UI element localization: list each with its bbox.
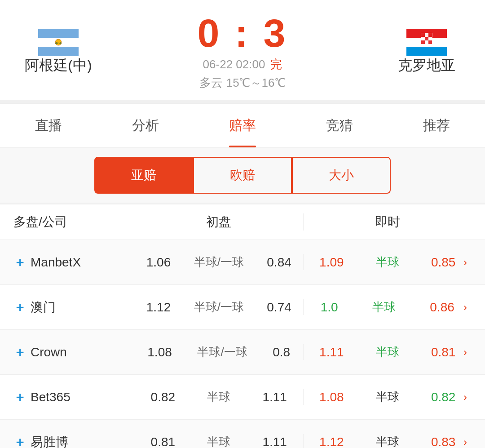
table-header: 多盘/公司 初盘 即时	[0, 204, 485, 240]
svg-rect-13	[428, 37, 432, 40]
col-realtime-header: 即时	[303, 213, 472, 231]
init-home-val: 1.12	[146, 300, 171, 315]
match-info: 06-22 02:00 完	[203, 57, 282, 72]
company-name: 澳门	[31, 299, 56, 316]
table-row: ＋ 易胜博 0.81 半球 1.11 1.12 半球 0.83 ›	[0, 420, 485, 448]
init-handicap: 半球	[207, 434, 230, 448]
company-name: 易胜博	[31, 434, 68, 448]
nav-tabs: 直播 分析 赔率 竞猜 推荐	[0, 103, 485, 148]
sub-tab-europe[interactable]: 欧赔	[193, 157, 292, 194]
tab-analysis[interactable]: 分析	[97, 104, 194, 147]
rt-home-val: 1.08	[319, 390, 344, 404]
rt-away-val: 0.83	[431, 435, 456, 448]
section-divider	[0, 100, 485, 103]
sub-tabs: 亚赔 欧赔 大小	[0, 148, 485, 203]
match-header: AFA 阿根廷(中) 0 : 3 06-22 02:00 完 多云 15℃～16…	[0, 0, 485, 100]
score-separator: :	[235, 11, 264, 55]
company-cell: ＋ ManbetX	[13, 254, 135, 271]
table-row: ＋ Bet365 0.82 半球 1.11 1.08 半球 0.82 ›	[0, 375, 485, 420]
svg-rect-14	[421, 40, 425, 44]
init-home-val: 1.08	[147, 345, 172, 359]
odds-initial: 1.12 半球/一球 0.74	[135, 299, 303, 315]
plus-icon[interactable]: ＋	[13, 344, 26, 361]
svg-rect-9	[425, 33, 428, 37]
match-datetime: 06-22 02:00	[203, 58, 265, 71]
init-away-val: 0.74	[267, 300, 291, 315]
svg-rect-15	[425, 40, 428, 44]
plus-icon[interactable]: ＋	[13, 434, 26, 448]
home-team: AFA 阿根廷(中)	[9, 29, 108, 75]
rt-handicap: 半球	[376, 254, 399, 270]
svg-rect-6	[406, 47, 447, 56]
init-home-val: 0.81	[151, 435, 176, 448]
company-cell: ＋ Bet365	[13, 389, 135, 406]
init-handicap: 半球	[207, 389, 230, 405]
arrow-icon[interactable]: ›	[463, 256, 467, 269]
odds-table: 多盘/公司 初盘 即时 ＋ ManbetX 1.06 半球/一球 0.84 1.…	[0, 204, 485, 448]
company-cell: ＋ 澳门	[13, 299, 135, 316]
home-score: 0	[197, 11, 221, 55]
rt-handicap: 半球	[376, 434, 399, 448]
away-team-name: 克罗地亚	[398, 56, 455, 75]
init-away-val: 0.84	[267, 255, 291, 270]
svg-rect-12	[425, 37, 428, 40]
plus-icon[interactable]: ＋	[13, 254, 26, 271]
odds-realtime: 1.09 半球 0.85 ›	[303, 254, 472, 270]
odds-initial: 0.81 半球 1.11	[135, 434, 303, 448]
rt-away-val: 0.86	[430, 300, 454, 315]
svg-rect-11	[421, 37, 425, 40]
rt-away-val: 0.82	[431, 390, 456, 404]
svg-rect-10	[428, 33, 432, 37]
init-away-val: 1.11	[262, 435, 287, 448]
rt-away-val: 0.81	[431, 345, 456, 359]
match-score: 0 : 3	[197, 13, 287, 53]
init-away-val: 0.8	[273, 345, 290, 359]
init-handicap: 半球/一球	[194, 254, 244, 270]
rt-home-val: 1.11	[319, 345, 344, 359]
odds-initial: 0.82 半球 1.11	[135, 389, 303, 405]
tab-predict[interactable]: 竞猜	[291, 104, 388, 147]
table-row: ＋ 澳门 1.12 半球/一球 0.74 1.0 半球 0.86 ›	[0, 285, 485, 330]
rt-handicap: 半球	[376, 344, 399, 360]
tab-odds[interactable]: 赔率	[194, 104, 291, 147]
away-team: 克罗地亚	[377, 29, 476, 75]
arrow-icon[interactable]: ›	[463, 391, 467, 404]
odds-realtime: 1.08 半球 0.82 ›	[303, 389, 472, 405]
arrow-icon[interactable]: ›	[463, 346, 467, 359]
company-cell: ＋ Crown	[13, 344, 135, 361]
col-initial-header: 初盘	[135, 213, 303, 231]
init-handicap: 半球/一球	[197, 344, 247, 360]
rt-handicap: 半球	[376, 389, 399, 405]
company-name: Crown	[31, 345, 67, 359]
table-row: ＋ ManbetX 1.06 半球/一球 0.84 1.09 半球 0.85 ›	[0, 240, 485, 285]
odds-realtime: 1.12 半球 0.83 ›	[303, 434, 472, 448]
sub-tab-size[interactable]: 大小	[292, 157, 391, 194]
plus-icon[interactable]: ＋	[13, 389, 26, 406]
score-center: 0 : 3 06-22 02:00 完 多云 15℃～16℃	[108, 13, 377, 91]
rt-home-val: 1.0	[321, 300, 338, 315]
company-name: Bet365	[31, 390, 71, 404]
init-handicap: 半球/一球	[194, 299, 244, 315]
match-weather: 多云 15℃～16℃	[199, 75, 285, 91]
svg-rect-8	[421, 33, 425, 37]
plus-icon[interactable]: ＋	[13, 299, 26, 316]
arrow-icon[interactable]: ›	[463, 436, 467, 448]
init-home-val: 1.06	[146, 255, 171, 270]
svg-text:AFA: AFA	[55, 41, 62, 44]
away-team-flag	[406, 29, 447, 56]
away-score: 3	[264, 11, 288, 55]
arrow-icon[interactable]: ›	[463, 301, 467, 314]
svg-rect-16	[428, 40, 432, 44]
odds-realtime: 1.0 半球 0.86 ›	[303, 299, 472, 315]
col-company-header: 多盘/公司	[13, 213, 135, 231]
rt-home-val: 1.12	[319, 435, 344, 448]
tab-live[interactable]: 直播	[0, 104, 97, 147]
sub-tab-asia[interactable]: 亚赔	[94, 157, 193, 194]
tab-recommend[interactable]: 推荐	[388, 104, 485, 147]
home-team-flag: AFA	[38, 29, 79, 56]
odds-realtime: 1.11 半球 0.81 ›	[303, 344, 472, 360]
table-row: ＋ Crown 1.08 半球/一球 0.8 1.11 半球 0.81 ›	[0, 330, 485, 375]
match-status: 完	[270, 57, 282, 72]
rt-away-val: 0.85	[431, 255, 456, 270]
odds-initial: 1.08 半球/一球 0.8	[135, 344, 303, 360]
